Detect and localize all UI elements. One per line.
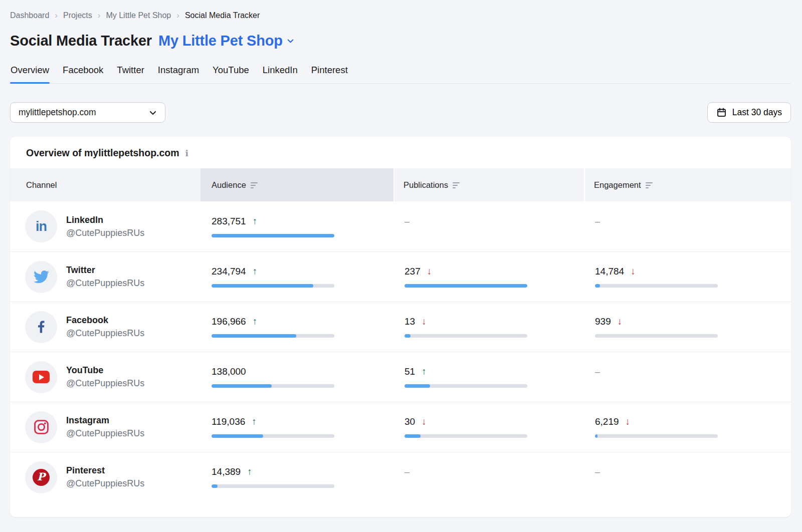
breadcrumb-dashboard[interactable]: Dashboard [10,11,49,20]
tab-twitter[interactable]: Twitter [116,64,144,83]
table-row-instagram: Instagram@CutePuppiesRUs119,036↑30↓6,219… [10,402,791,452]
progress-bar-fill [595,434,597,438]
date-range-label: Last 30 days [732,107,782,118]
publications-cell: – [393,466,584,488]
chevron-right-icon: › [176,11,179,20]
tab-youtube[interactable]: YouTube [212,64,250,83]
channel-name: Twitter [66,265,144,276]
audience-cell: 234,794↑ [200,266,393,288]
breadcrumb: Dashboard › Projects › My Little Pet Sho… [10,11,791,20]
column-header-audience[interactable]: Audience [200,168,393,201]
publications-progress-bar [405,384,527,388]
date-range-button[interactable]: Last 30 days [707,102,791,123]
empty-value: – [595,367,600,377]
channel-handle[interactable]: @CutePuppiesRUs [66,378,144,389]
channel-handle[interactable]: @CutePuppiesRUs [66,278,144,289]
audience-value-block: 234,794↑ [212,266,393,288]
audience-value: 283,751 [212,216,246,227]
channel-text: Pinterest@CutePuppiesRUs [66,465,144,489]
audience-cell: 138,000 [200,366,393,388]
channel-handle[interactable]: @CutePuppiesRUs [66,228,144,238]
audience-cell: 119,036↑ [200,416,393,438]
audience-cell: 196,966↑ [200,316,393,338]
audience-value-block: 283,751↑ [212,216,393,237]
engagement-value-block: – [595,466,791,488]
publications-value-block: – [405,216,584,237]
project-selector[interactable]: My Little Pet Shop [158,33,295,49]
instagram-icon [25,411,57,443]
sort-icon [646,182,653,189]
trend-down-icon: ↓ [422,316,427,327]
tab-instagram[interactable]: Instagram [157,64,199,83]
trend-up-icon: ↑ [247,466,252,477]
pinterest-icon: P [25,461,57,493]
trend-up-icon: ↑ [253,316,258,327]
title-row: Social Media Tracker My Little Pet Shop [10,33,791,49]
engagement-value-block: – [595,366,791,388]
chevron-right-icon: › [98,11,101,20]
chevron-right-icon: › [55,11,58,20]
channel-handle[interactable]: @CutePuppiesRUs [66,328,144,339]
publications-progress-bar [405,284,527,288]
column-header-engagement[interactable]: Engagement [584,168,791,201]
table-row-pinterest: PPinterest@CutePuppiesRUs14,389↑–– [10,452,791,502]
engagement-cell: – [584,466,791,488]
engagement-cell: 939↓ [584,316,791,338]
filter-row: mylittlepetshop.com Last 30 days [10,102,791,123]
audience-cell: 14,389↑ [200,466,393,488]
channel-name: Pinterest [66,465,144,476]
channel-handle[interactable]: @CutePuppiesRUs [66,428,144,439]
progress-bar-fill [212,434,263,438]
tab-pinterest[interactable]: Pinterest [311,64,348,83]
info-icon[interactable]: i [185,148,188,158]
audience-value-block: 138,000 [212,366,393,388]
engagement-value-block: 14,784↓ [595,266,791,288]
breadcrumb-project-name[interactable]: My Little Pet Shop [106,11,171,20]
publications-value: 30 [405,416,415,427]
trend-up-icon: ↑ [422,366,427,377]
linkedin-icon: in [25,210,57,242]
publications-cell: 51↑ [393,366,584,388]
channel-text: Instagram@CutePuppiesRUs [66,415,144,439]
page-title: Social Media Tracker [10,33,152,49]
column-label: Channel [26,180,57,190]
publications-value: 237 [405,266,421,277]
tab-facebook[interactable]: Facebook [62,64,104,83]
card-title-row: Overview of mylittlepetshop.com i [10,137,791,168]
publications-value-block: 30↓ [405,416,584,438]
chevron-down-icon [148,108,158,118]
domain-select-value: mylittlepetshop.com [19,107,96,118]
column-header-publications[interactable]: Publications [393,168,584,201]
breadcrumb-projects[interactable]: Projects [63,11,92,20]
trend-down-icon: ↓ [631,266,636,277]
table-row-linkedin: inLinkedIn@CutePuppiesRUs283,751↑–– [10,201,791,251]
chevron-down-icon [286,36,295,46]
channel-handle[interactable]: @CutePuppiesRUs [66,478,144,489]
audience-progress-bar [212,484,334,488]
engagement-cell: 6,219↓ [584,416,791,438]
publications-cell: 13↓ [393,316,584,338]
channel-cell: Facebook@CutePuppiesRUs [10,311,200,343]
channel-text: Facebook@CutePuppiesRUs [66,315,144,339]
trend-up-icon: ↑ [252,416,257,427]
engagement-progress-bar [595,334,718,338]
domain-select[interactable]: mylittlepetshop.com [10,102,165,123]
channel-text: YouTube@CutePuppiesRUs [66,365,144,389]
trend-down-icon: ↓ [626,416,631,427]
tab-linkedin[interactable]: LinkedIn [262,64,298,83]
trend-down-icon: ↓ [422,416,427,427]
tab-overview[interactable]: Overview [10,64,50,83]
empty-value: – [405,467,410,477]
progress-bar-fill [212,284,313,288]
engagement-progress-bar [595,284,718,288]
table-body: inLinkedIn@CutePuppiesRUs283,751↑––Twitt… [10,201,791,502]
progress-bar-fill [212,234,334,237]
publications-value-block: 51↑ [405,366,584,388]
channel-text: LinkedIn@CutePuppiesRUs [66,215,144,238]
channel-name: Facebook [66,315,144,326]
progress-bar-fill [405,384,430,388]
channel-name: Instagram [66,415,144,426]
engagement-cell: 14,784↓ [584,266,791,288]
table-row-twitter: Twitter@CutePuppiesRUs234,794↑237↓14,784… [10,251,791,302]
engagement-cell: – [584,216,791,237]
